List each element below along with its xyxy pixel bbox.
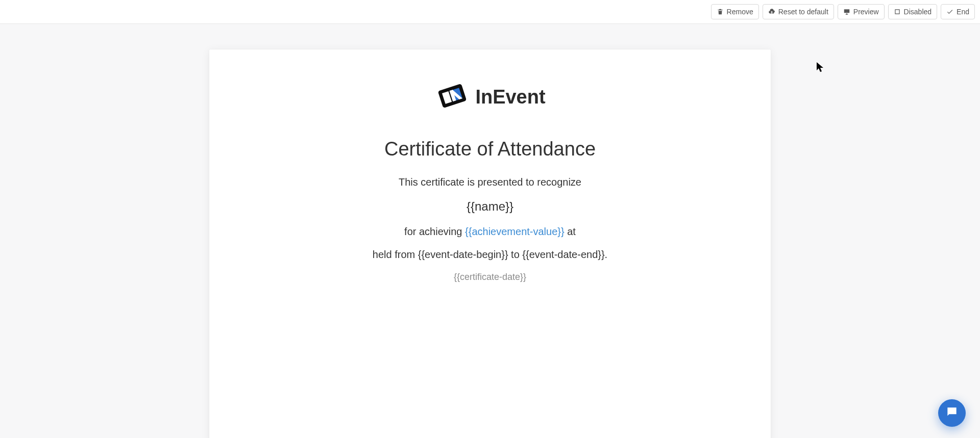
certificate-title: Certificate of Attendance: [240, 138, 740, 160]
reset-default-button-label: Reset to default: [778, 8, 828, 15]
brand-name: InEvent: [475, 86, 545, 108]
disabled-button[interactable]: Disabled: [888, 4, 937, 19]
certificate-intro-line: This certificate is presented to recogni…: [240, 176, 740, 188]
chat-icon: [945, 405, 959, 421]
preview-button[interactable]: Preview: [838, 4, 885, 19]
trash-icon: [717, 8, 724, 15]
achieving-prefix: for achieving: [404, 226, 465, 237]
certificate-date-placeholder: {{certificate-date}}: [240, 272, 740, 282]
end-button-label: End: [957, 8, 969, 15]
certificate-name-placeholder: {{name}}: [240, 199, 740, 214]
monitor-icon: [843, 8, 850, 15]
brand-block: InEvent: [434, 78, 545, 116]
help-chat-button[interactable]: [938, 399, 966, 427]
square-icon: [894, 8, 901, 15]
certificate-held-line: held from {{event-date-begin}} to {{even…: [240, 249, 740, 261]
reset-default-button[interactable]: Reset to default: [763, 4, 834, 19]
remove-button-label: Remove: [727, 8, 753, 15]
achievement-value-placeholder[interactable]: {{achievement-value}}: [465, 226, 565, 237]
preview-button-label: Preview: [853, 8, 879, 15]
mouse-cursor-icon: [817, 62, 825, 75]
brand-logo-icon: [434, 78, 470, 116]
disabled-button-label: Disabled: [904, 8, 932, 15]
certificate-achievement-line: for achieving {{achievement-value}} at: [240, 226, 740, 238]
end-button[interactable]: End: [941, 4, 975, 19]
editor-toolbar: Remove Reset to default Preview Disabled…: [0, 0, 980, 24]
remove-button[interactable]: Remove: [711, 4, 759, 19]
editor-canvas: InEvent Certificate of Attendance This c…: [0, 24, 980, 438]
cloud-upload-icon: [768, 8, 775, 15]
certificate-sheet[interactable]: InEvent Certificate of Attendance This c…: [209, 49, 771, 438]
achieving-suffix: at: [565, 226, 576, 237]
check-icon: [946, 8, 953, 15]
